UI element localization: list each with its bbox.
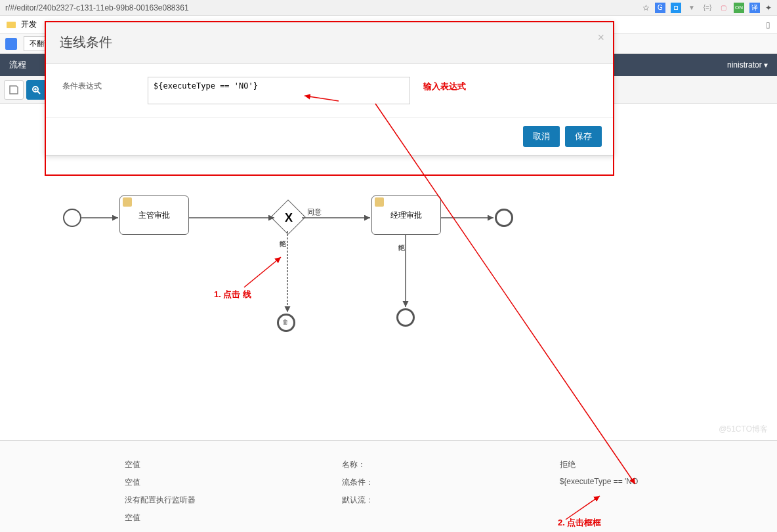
ext-icon-4[interactable]: {=} xyxy=(702,3,713,13)
modal-footer: 取消 保存 xyxy=(45,117,614,155)
modal-header: 连线条件 × xyxy=(45,22,614,64)
prop-left-r2[interactable]: 空值 xyxy=(125,477,316,488)
annotation-input-hint: 输入表达式 xyxy=(423,81,466,92)
properties-panel: 空值 空值 没有配置执行监听器 空值 名称： 流条件： 默认流： 拒绝 ${ex… xyxy=(0,440,777,532)
expression-label: 条件表达式 xyxy=(62,77,115,92)
gateway-x-icon: X xyxy=(285,211,293,225)
end-event-3[interactable] xyxy=(396,308,415,327)
prop-mid-r3: 默认流： xyxy=(342,495,533,506)
svg-line-10 xyxy=(244,257,281,287)
svg-line-1 xyxy=(37,91,40,94)
prop-mid-r1: 名称： xyxy=(342,459,533,470)
task-supervisor-approval[interactable]: 主管审批 xyxy=(119,195,189,235)
modal-title: 连线条件 xyxy=(60,35,112,49)
prop-right-r1[interactable]: 拒绝 xyxy=(560,459,751,470)
prop-mid-r2: 流条件： xyxy=(342,477,533,488)
overflow-icon[interactable]: ▯ xyxy=(766,20,770,30)
translate-icon xyxy=(5,38,17,50)
address-bar: r/#/editor/240b2327-c131-11eb-99b8-00163… xyxy=(0,0,777,16)
close-icon[interactable]: × xyxy=(597,31,604,45)
condition-modal: 连线条件 × 条件表达式 输入表达式 取消 保存 xyxy=(45,21,614,155)
expression-input[interactable] xyxy=(148,77,410,104)
ext-icon-2[interactable]: ◘ xyxy=(671,3,681,13)
annotation-step-1: 1. 点击 线 xyxy=(214,289,251,300)
end-event-1[interactable] xyxy=(495,209,513,227)
ext-icon-1[interactable]: G xyxy=(655,3,665,13)
tool-save-icon[interactable] xyxy=(4,80,24,100)
watermark: @51CTO博客 xyxy=(719,424,768,435)
task1-label: 主管审批 xyxy=(138,210,170,221)
task2-label: 经理审批 xyxy=(390,210,422,221)
prop-right-r2[interactable]: ${executeType == 'NO xyxy=(560,477,751,486)
prop-col-left: 空值 空值 没有配置执行监听器 空值 xyxy=(0,459,342,532)
prop-left-r4[interactable]: 空值 xyxy=(125,512,316,523)
prop-col-mid: 名称： 流条件： 默认流： xyxy=(342,459,559,532)
ext-icon-3[interactable]: ▼ xyxy=(686,3,697,13)
user-icon xyxy=(123,197,132,207)
annotation-arrow-1 xyxy=(242,253,294,293)
tool-zoom-icon[interactable] xyxy=(26,80,46,100)
user-menu[interactable]: ninistrator ▾ xyxy=(727,60,768,70)
cancel-button[interactable]: 取消 xyxy=(523,126,560,147)
ext-icon-7[interactable]: 译 xyxy=(749,3,760,13)
puzzle-icon[interactable]: ✦ xyxy=(765,3,772,12)
ext-icon-5[interactable]: ▢ xyxy=(718,3,728,13)
save-button[interactable]: 保存 xyxy=(565,126,602,147)
folder-icon xyxy=(7,22,16,28)
start-event[interactable] xyxy=(63,209,81,227)
annotation-step-2: 2. 点击框框 xyxy=(558,517,601,529)
header-title: 流程 xyxy=(9,59,26,71)
prop-left-r1[interactable]: 空值 xyxy=(125,459,316,470)
extension-icons: ☆ G ◘ ▼ {=} ▢ ON 译 ✦ xyxy=(642,3,772,13)
modal-body: 条件表达式 输入表达式 xyxy=(45,64,614,117)
user-icon xyxy=(375,197,384,207)
prop-left-r3[interactable]: 没有配置执行监听器 xyxy=(125,495,316,506)
task-manager-approval[interactable]: 经理审批 xyxy=(371,195,441,235)
star-icon[interactable]: ☆ xyxy=(642,3,650,12)
flow-label-agree: 同意 xyxy=(307,207,322,217)
url-text: r/#/editor/240b2327-c131-11eb-99b8-00163… xyxy=(5,3,642,12)
exclusive-gateway[interactable]: X xyxy=(270,199,306,235)
bookmark-folder[interactable]: 开发 xyxy=(21,19,37,30)
ext-icon-6[interactable]: ON xyxy=(734,3,744,13)
trash-icon[interactable]: 🗑 xyxy=(282,318,289,325)
